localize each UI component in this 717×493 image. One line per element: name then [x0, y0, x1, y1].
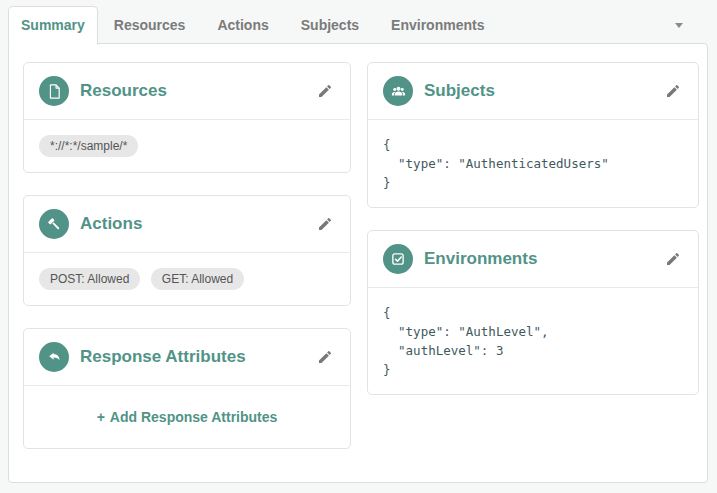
tab-resources[interactable]: Resources	[98, 6, 202, 44]
pencil-icon	[665, 251, 681, 267]
caret-down-icon	[675, 23, 683, 28]
tab-overflow-button[interactable]	[669, 17, 689, 34]
right-column: Subjects { "type": "AuthenticatedUsers" …	[367, 62, 699, 471]
tab-summary[interactable]: Summary	[8, 6, 98, 45]
users-icon	[383, 76, 413, 106]
tab-environments[interactable]: Environments	[375, 6, 500, 44]
policy-summary-page: Summary Resources Actions Subjects Envir…	[0, 0, 717, 493]
action-badge: POST: Allowed	[39, 268, 140, 290]
edit-subjects-button[interactable]	[663, 81, 683, 101]
edit-resources-button[interactable]	[315, 81, 335, 101]
response-attributes-card-title: Response Attributes	[80, 347, 246, 367]
edit-response-attributes-button[interactable]	[315, 347, 335, 367]
pencil-icon	[665, 83, 681, 99]
edit-environments-button[interactable]	[663, 249, 683, 269]
tab-subjects[interactable]: Subjects	[285, 6, 375, 44]
subjects-card: Subjects { "type": "AuthenticatedUsers" …	[367, 62, 699, 208]
actions-card: Actions POST: Allowed GET: Allowed	[23, 195, 351, 306]
environments-json: { "type": "AuthLevel", "authLevel": 3 }	[383, 303, 683, 379]
resource-pattern-badge: *://*:*/sample/*	[39, 135, 138, 157]
resources-card-header: Resources	[24, 63, 350, 120]
summary-panel: Resources *://*:*/sample/*	[8, 43, 708, 483]
resources-card-body: *://*:*/sample/*	[24, 120, 350, 172]
action-badge: GET: Allowed	[151, 268, 244, 290]
gavel-icon	[39, 209, 69, 239]
tab-bar: Summary Resources Actions Subjects Envir…	[0, 0, 717, 44]
pencil-icon	[317, 216, 333, 232]
response-attributes-card: Response Attributes +Add Response Attrib…	[23, 328, 351, 449]
environments-card-header: Environments	[368, 231, 698, 288]
plus-icon: +	[97, 409, 105, 425]
tab-actions[interactable]: Actions	[201, 6, 284, 44]
pencil-icon	[317, 349, 333, 365]
subjects-card-body: { "type": "AuthenticatedUsers" }	[368, 120, 698, 207]
subjects-json: { "type": "AuthenticatedUsers" }	[383, 135, 683, 192]
environments-card-body: { "type": "AuthLevel", "authLevel": 3 }	[368, 288, 698, 394]
summary-panel-body: Resources *://*:*/sample/*	[9, 44, 707, 471]
response-attributes-card-header: Response Attributes	[24, 329, 350, 386]
reply-arrow-icon	[39, 342, 69, 372]
response-attributes-card-body: +Add Response Attributes	[24, 386, 350, 448]
pencil-icon	[317, 83, 333, 99]
edit-actions-button[interactable]	[315, 214, 335, 234]
left-column: Resources *://*:*/sample/*	[23, 62, 351, 471]
actions-card-title: Actions	[80, 214, 142, 234]
add-response-attributes-button[interactable]: +Add Response Attributes	[97, 409, 278, 425]
resources-card-title: Resources	[80, 81, 167, 101]
environments-card-title: Environments	[424, 249, 537, 269]
file-icon	[39, 76, 69, 106]
check-square-icon	[383, 244, 413, 274]
environments-card: Environments { "type": "AuthLevel", "aut…	[367, 230, 699, 395]
add-response-attributes-label: Add Response Attributes	[110, 409, 278, 425]
actions-card-body: POST: Allowed GET: Allowed	[24, 253, 350, 305]
subjects-card-header: Subjects	[368, 63, 698, 120]
resources-card: Resources *://*:*/sample/*	[23, 62, 351, 173]
actions-card-header: Actions	[24, 196, 350, 253]
subjects-card-title: Subjects	[424, 81, 495, 101]
